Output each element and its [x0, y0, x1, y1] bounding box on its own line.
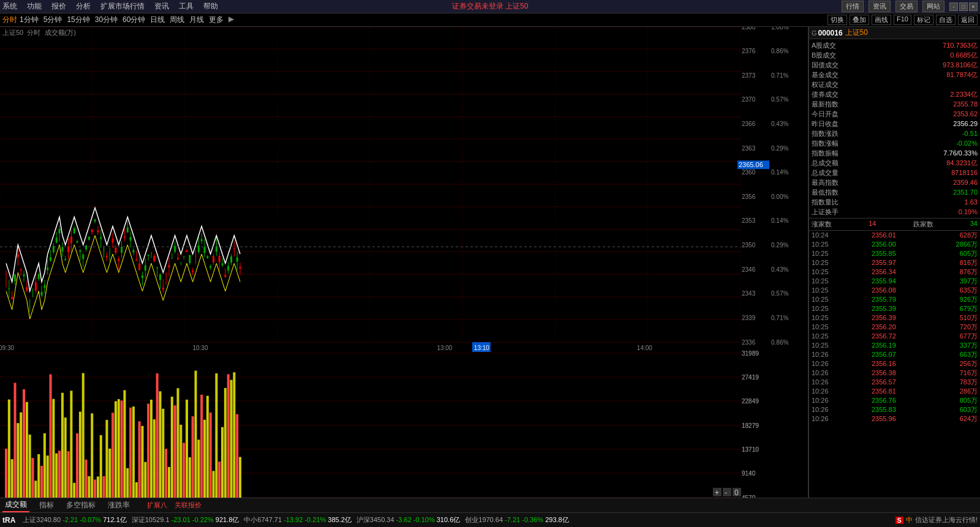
chart-symbol: 上证50	[2, 29, 23, 36]
brand-info: 信达证券上海云行情!	[915, 515, 978, 525]
stat-label: 最高指数	[812, 178, 839, 187]
active-timeframe[interactable]: 分时	[2, 15, 17, 25]
minimize-button[interactable]: -	[949, 2, 958, 11]
header-name: 上证50	[845, 28, 868, 38]
stat-label: 国债成交	[812, 60, 839, 70]
trade-time: 10:25	[812, 267, 836, 277]
header-code: 000016	[818, 29, 843, 37]
stat-label: 上证换手	[812, 207, 839, 217]
trade-volume: 337万	[944, 341, 978, 350]
stat-row: 指数涨幅-0.02%	[812, 138, 978, 148]
trade-row: 10:26 2356.57 783万	[809, 378, 980, 387]
btn-overlay[interactable]: 叠加	[850, 15, 869, 25]
status-sh: 上证3240.80 -2.21 -0.07% 712.1亿	[23, 515, 126, 525]
tab-volume[interactable]: 成交额	[2, 498, 29, 512]
btn-switch[interactable]: 切换	[827, 15, 847, 25]
menu-help[interactable]: 帮助	[203, 1, 218, 12]
trade-price: 2355.83	[872, 405, 908, 414]
trade-time: 10:26	[812, 378, 836, 387]
trade-time: 10:25	[812, 240, 836, 249]
stat-row: 最新指数2355.78	[812, 99, 978, 109]
stat-row: 权证成交	[812, 80, 978, 89]
trade-volume: 256万	[944, 359, 978, 368]
trade-time: 10:26	[812, 387, 836, 396]
tf-15min[interactable]: 15分钟	[67, 15, 89, 25]
menu-quote[interactable]: 报价	[51, 1, 66, 12]
stat-row: 最高指数2359.46	[812, 178, 978, 187]
tab-long-short[interactable]: 多空指标	[64, 499, 98, 512]
trade-row: 10:26 2356.07 663万	[809, 350, 980, 359]
menu-function[interactable]: 功能	[27, 1, 42, 12]
menu-analysis[interactable]: 分析	[76, 1, 91, 12]
tf-5min[interactable]: 5分钟	[43, 15, 62, 25]
menu-tools[interactable]: 工具	[179, 1, 194, 12]
status-zx: 中小6747.71 -13.92 -0.21% 385.2亿	[244, 515, 352, 525]
stat-value: 84.3231亿	[946, 158, 978, 168]
trade-price: 2356.57	[872, 378, 908, 387]
stat-label: 指数涨幅	[812, 138, 839, 148]
price-chart[interactable]	[0, 27, 808, 498]
stat-value: 0.19%	[959, 207, 978, 217]
trade-volume: 2866万	[944, 240, 978, 249]
stat-row: 昨日收盘2356.29	[812, 119, 978, 129]
close-button[interactable]: ×	[969, 2, 978, 11]
menu-market[interactable]: 扩展市场行情	[100, 1, 145, 12]
tf-daily[interactable]: 日线	[150, 15, 165, 25]
btn-trade[interactable]: 交易	[895, 1, 918, 12]
btn-return[interactable]: 返回	[958, 15, 978, 25]
btn-quote[interactable]: 行情	[842, 1, 864, 12]
trade-row: 10:26 2356.81 286万	[809, 387, 980, 396]
stat-value: -0.02%	[956, 138, 978, 148]
tab-related[interactable]: 关联报价	[175, 501, 202, 510]
trade-price: 2356.07	[872, 350, 908, 359]
market-stats: A股成交710.7363亿B股成交0.6685亿国债成交973.8106亿基金成…	[809, 39, 980, 219]
stat-row: 指数量比1.63	[812, 197, 978, 207]
chart-title: 上证50 分时 成交额(万)	[2, 28, 76, 37]
btn-f10[interactable]: F10	[894, 15, 911, 25]
tab-expand[interactable]: 扩展八	[147, 501, 167, 510]
trade-price: 2356.16	[872, 359, 908, 368]
trade-row: 10:26 2356.76 805万	[809, 396, 980, 405]
trade-time: 10:26	[812, 359, 836, 368]
top-menu-bar: 系统 功能 报价 分析 扩展市场行情 资讯 工具 帮助 证券交易未登录 上证50…	[0, 0, 980, 13]
trade-volume: 876万	[944, 267, 978, 277]
tf-weekly[interactable]: 周线	[170, 15, 184, 25]
timeframe-items: 1分钟 5分钟 15分钟 30分钟 60分钟 日线 周线 月线 更多 ▶	[20, 15, 234, 25]
maximize-button[interactable]: □	[959, 2, 968, 11]
stat-label: B股成交	[812, 50, 836, 60]
trade-price: 2355.94	[872, 277, 908, 286]
bottom-tab-bar: 成交额 指标 多空指标 涨跌率 扩展八 关联报价	[0, 498, 980, 512]
stat-row: 上证换手0.19%	[812, 207, 978, 217]
rise-value: 14	[869, 220, 876, 229]
trade-row: 10:26 2356.38 716万	[809, 368, 980, 378]
stat-value: 2353.62	[953, 109, 978, 119]
tab-indicators[interactable]: 指标	[37, 499, 56, 512]
trade-volume: 510万	[944, 313, 978, 323]
status-right: S 中 信达证券上海云行情!	[895, 515, 978, 525]
menu-system[interactable]: 系统	[2, 1, 17, 12]
btn-news[interactable]: 资讯	[869, 1, 891, 12]
trade-time: 10:26	[812, 396, 836, 405]
tf-monthly[interactable]: 月线	[189, 15, 204, 25]
btn-mark[interactable]: 标记	[914, 15, 933, 25]
window-controls: - □ ×	[949, 2, 978, 11]
stat-row: 基金成交81.7874亿	[812, 70, 978, 80]
trade-time: 10:25	[812, 313, 836, 323]
trade-price: 2355.85	[872, 249, 908, 258]
status-sz: 深证10529.1 -23.01 -0.22% 921.8亿	[132, 515, 239, 525]
tab-change-rate[interactable]: 涨跌率	[105, 499, 132, 512]
trade-time: 10:25	[812, 295, 836, 304]
btn-favorites[interactable]: 自选	[936, 15, 956, 25]
tf-more[interactable]: 更多	[209, 15, 224, 25]
stat-value: 1.63	[965, 197, 978, 207]
trade-price: 2355.39	[872, 304, 908, 313]
menu-news[interactable]: 资讯	[154, 1, 169, 12]
tf-1min[interactable]: 1分钟	[20, 15, 39, 25]
tf-30min[interactable]: 30分钟	[95, 15, 118, 25]
btn-draw[interactable]: 画线	[872, 15, 891, 25]
tf-60min[interactable]: 60分钟	[123, 15, 145, 25]
btn-website[interactable]: 网站	[922, 1, 944, 12]
stat-label: 总成交量	[812, 168, 839, 178]
trade-price: 2356.72	[872, 332, 908, 341]
trade-price: 2356.00	[872, 240, 908, 249]
